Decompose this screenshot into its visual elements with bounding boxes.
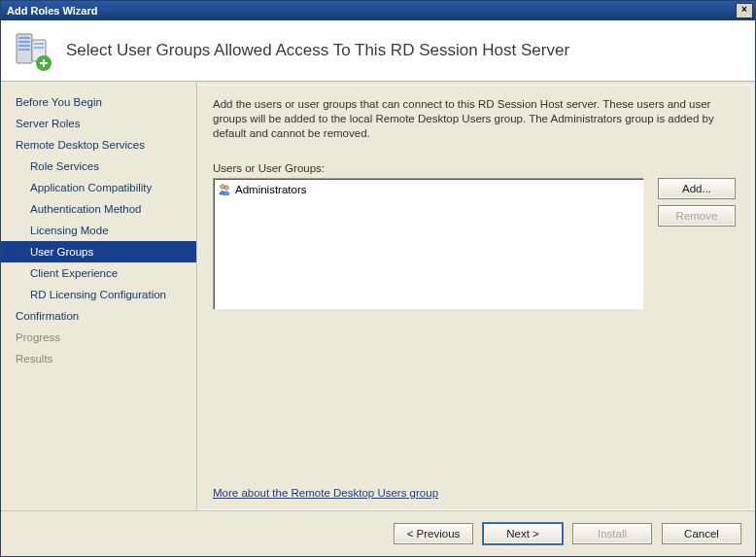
nav-item-confirmation[interactable]: Confirmation [1,305,196,327]
help-link[interactable]: More about the Remote Desktop Users grou… [213,487,438,499]
nav-item-results: Results [1,348,196,369]
previous-button[interactable]: < Previous [394,523,473,544]
users-groups-listbox[interactable]: Administrators [213,178,644,310]
remove-button: Remove [658,205,736,226]
nav-item-licensing-mode[interactable]: Licensing Mode [1,220,196,241]
titlebar: Add Roles Wizard × [1,1,755,20]
description-text: Add the users or user groups that can co… [213,97,736,141]
next-button[interactable]: Next > [483,523,563,544]
svg-rect-6 [34,43,44,45]
nav-item-authentication-method[interactable]: Authentication Method [1,198,196,220]
svg-rect-10 [43,59,45,67]
wizard-header: Select User Groups Allowed Access To Thi… [1,20,755,82]
wizard-nav: Before You BeginServer RolesRemote Deskt… [1,82,197,510]
add-button[interactable]: Add... [658,178,736,199]
wizard-window: Add Roles Wizard × Select User Groups Al… [0,0,756,557]
svg-rect-4 [18,49,30,51]
nav-item-remote-desktop-services[interactable]: Remote Desktop Services [1,134,196,156]
wizard-content: Add the users or user groups that can co… [197,85,752,510]
window-title: Add Roles Wizard [7,5,97,17]
close-button[interactable]: × [736,3,753,18]
svg-rect-7 [34,47,44,49]
nav-item-application-compatibility[interactable]: Application Compatibility [1,177,196,198]
nav-item-user-groups[interactable]: User Groups [1,241,196,262]
nav-item-server-roles[interactable]: Server Roles [1,113,196,134]
list-label: Users or User Groups: [213,162,736,174]
nav-item-client-experience[interactable]: Client Experience [1,262,196,284]
wizard-footer: < Previous Next > Install Cancel [1,510,755,556]
cancel-button[interactable]: Cancel [662,523,741,544]
server-role-icon [11,30,52,71]
svg-rect-2 [18,41,30,43]
group-icon [218,183,231,196]
install-button: Install [572,523,652,544]
list-item-label: Administrators [235,184,307,195]
nav-item-rd-licensing-configuration[interactable]: RD Licensing Configuration [1,284,196,305]
nav-item-before-you-begin[interactable]: Before You Begin [1,91,196,113]
nav-item-progress: Progress [1,327,196,348]
wizard-body: Before You BeginServer RolesRemote Deskt… [1,82,755,510]
svg-rect-3 [18,45,30,47]
list-item[interactable]: Administrators [218,182,639,197]
svg-point-12 [224,186,229,191]
page-title: Select User Groups Allowed Access To Thi… [66,41,569,60]
nav-item-role-services[interactable]: Role Services [1,156,196,177]
svg-rect-1 [18,37,30,39]
